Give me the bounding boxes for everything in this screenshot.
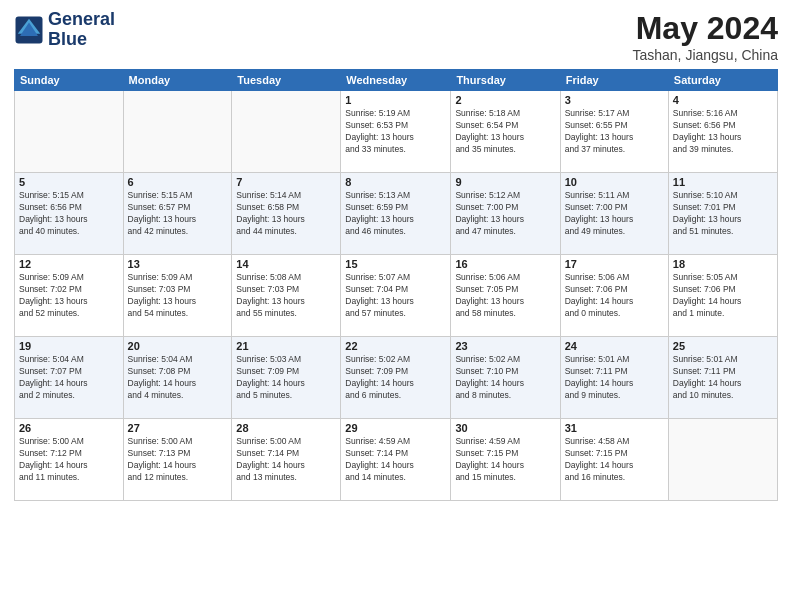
calendar-cell: 5Sunrise: 5:15 AMSunset: 6:56 PMDaylight… <box>15 173 124 255</box>
day-info: Sunrise: 5:00 AMSunset: 7:12 PMDaylight:… <box>19 436 119 484</box>
day-number: 28 <box>236 422 336 434</box>
day-info: Sunrise: 5:06 AMSunset: 7:05 PMDaylight:… <box>455 272 555 320</box>
day-number: 8 <box>345 176 446 188</box>
calendar-cell: 30Sunrise: 4:59 AMSunset: 7:15 PMDayligh… <box>451 419 560 501</box>
calendar-cell: 19Sunrise: 5:04 AMSunset: 7:07 PMDayligh… <box>15 337 124 419</box>
day-info: Sunrise: 4:58 AMSunset: 7:15 PMDaylight:… <box>565 436 664 484</box>
day-info: Sunrise: 5:11 AMSunset: 7:00 PMDaylight:… <box>565 190 664 238</box>
calendar-cell: 20Sunrise: 5:04 AMSunset: 7:08 PMDayligh… <box>123 337 232 419</box>
day-number: 4 <box>673 94 773 106</box>
calendar-cell: 14Sunrise: 5:08 AMSunset: 7:03 PMDayligh… <box>232 255 341 337</box>
day-number: 9 <box>455 176 555 188</box>
day-info: Sunrise: 5:08 AMSunset: 7:03 PMDaylight:… <box>236 272 336 320</box>
day-number: 31 <box>565 422 664 434</box>
day-info: Sunrise: 5:00 AMSunset: 7:14 PMDaylight:… <box>236 436 336 484</box>
calendar-cell <box>232 91 341 173</box>
day-info: Sunrise: 5:01 AMSunset: 7:11 PMDaylight:… <box>565 354 664 402</box>
day-number: 23 <box>455 340 555 352</box>
day-info: Sunrise: 5:16 AMSunset: 6:56 PMDaylight:… <box>673 108 773 156</box>
day-info: Sunrise: 5:15 AMSunset: 6:57 PMDaylight:… <box>128 190 228 238</box>
day-number: 13 <box>128 258 228 270</box>
day-info: Sunrise: 4:59 AMSunset: 7:15 PMDaylight:… <box>455 436 555 484</box>
calendar-cell: 6Sunrise: 5:15 AMSunset: 6:57 PMDaylight… <box>123 173 232 255</box>
logo-text: General Blue <box>48 10 115 50</box>
calendar-cell: 21Sunrise: 5:03 AMSunset: 7:09 PMDayligh… <box>232 337 341 419</box>
location: Tashan, Jiangsu, China <box>632 47 778 63</box>
calendar-cell: 28Sunrise: 5:00 AMSunset: 7:14 PMDayligh… <box>232 419 341 501</box>
day-info: Sunrise: 5:19 AMSunset: 6:53 PMDaylight:… <box>345 108 446 156</box>
calendar-cell: 10Sunrise: 5:11 AMSunset: 7:00 PMDayligh… <box>560 173 668 255</box>
calendar-cell: 13Sunrise: 5:09 AMSunset: 7:03 PMDayligh… <box>123 255 232 337</box>
calendar-table: SundayMondayTuesdayWednesdayThursdayFrid… <box>14 69 778 501</box>
day-number: 15 <box>345 258 446 270</box>
month-title: May 2024 <box>632 10 778 47</box>
title-block: May 2024 Tashan, Jiangsu, China <box>632 10 778 63</box>
logo-icon <box>14 15 44 45</box>
day-number: 6 <box>128 176 228 188</box>
day-info: Sunrise: 5:04 AMSunset: 7:08 PMDaylight:… <box>128 354 228 402</box>
calendar-cell: 1Sunrise: 5:19 AMSunset: 6:53 PMDaylight… <box>341 91 451 173</box>
day-number: 5 <box>19 176 119 188</box>
day-number: 29 <box>345 422 446 434</box>
day-number: 22 <box>345 340 446 352</box>
calendar-cell: 18Sunrise: 5:05 AMSunset: 7:06 PMDayligh… <box>668 255 777 337</box>
day-number: 25 <box>673 340 773 352</box>
day-number: 16 <box>455 258 555 270</box>
weekday-header: Saturday <box>668 70 777 91</box>
day-number: 19 <box>19 340 119 352</box>
day-number: 20 <box>128 340 228 352</box>
calendar-cell: 26Sunrise: 5:00 AMSunset: 7:12 PMDayligh… <box>15 419 124 501</box>
day-info: Sunrise: 5:18 AMSunset: 6:54 PMDaylight:… <box>455 108 555 156</box>
day-number: 26 <box>19 422 119 434</box>
day-info: Sunrise: 5:17 AMSunset: 6:55 PMDaylight:… <box>565 108 664 156</box>
day-info: Sunrise: 5:09 AMSunset: 7:03 PMDaylight:… <box>128 272 228 320</box>
calendar-cell: 24Sunrise: 5:01 AMSunset: 7:11 PMDayligh… <box>560 337 668 419</box>
day-number: 2 <box>455 94 555 106</box>
calendar-cell: 22Sunrise: 5:02 AMSunset: 7:09 PMDayligh… <box>341 337 451 419</box>
calendar-cell <box>15 91 124 173</box>
day-number: 12 <box>19 258 119 270</box>
calendar-cell: 2Sunrise: 5:18 AMSunset: 6:54 PMDaylight… <box>451 91 560 173</box>
calendar-cell: 12Sunrise: 5:09 AMSunset: 7:02 PMDayligh… <box>15 255 124 337</box>
calendar-cell: 15Sunrise: 5:07 AMSunset: 7:04 PMDayligh… <box>341 255 451 337</box>
day-number: 14 <box>236 258 336 270</box>
day-info: Sunrise: 5:13 AMSunset: 6:59 PMDaylight:… <box>345 190 446 238</box>
calendar-cell: 27Sunrise: 5:00 AMSunset: 7:13 PMDayligh… <box>123 419 232 501</box>
day-info: Sunrise: 5:15 AMSunset: 6:56 PMDaylight:… <box>19 190 119 238</box>
day-number: 30 <box>455 422 555 434</box>
day-number: 17 <box>565 258 664 270</box>
calendar-cell: 11Sunrise: 5:10 AMSunset: 7:01 PMDayligh… <box>668 173 777 255</box>
day-info: Sunrise: 5:14 AMSunset: 6:58 PMDaylight:… <box>236 190 336 238</box>
day-number: 11 <box>673 176 773 188</box>
day-info: Sunrise: 5:02 AMSunset: 7:09 PMDaylight:… <box>345 354 446 402</box>
calendar-cell: 8Sunrise: 5:13 AMSunset: 6:59 PMDaylight… <box>341 173 451 255</box>
calendar-cell: 31Sunrise: 4:58 AMSunset: 7:15 PMDayligh… <box>560 419 668 501</box>
day-info: Sunrise: 5:02 AMSunset: 7:10 PMDaylight:… <box>455 354 555 402</box>
day-info: Sunrise: 4:59 AMSunset: 7:14 PMDaylight:… <box>345 436 446 484</box>
day-number: 10 <box>565 176 664 188</box>
day-info: Sunrise: 5:09 AMSunset: 7:02 PMDaylight:… <box>19 272 119 320</box>
day-number: 1 <box>345 94 446 106</box>
day-info: Sunrise: 5:10 AMSunset: 7:01 PMDaylight:… <box>673 190 773 238</box>
calendar-cell: 23Sunrise: 5:02 AMSunset: 7:10 PMDayligh… <box>451 337 560 419</box>
day-info: Sunrise: 5:00 AMSunset: 7:13 PMDaylight:… <box>128 436 228 484</box>
day-info: Sunrise: 5:01 AMSunset: 7:11 PMDaylight:… <box>673 354 773 402</box>
calendar-cell: 17Sunrise: 5:06 AMSunset: 7:06 PMDayligh… <box>560 255 668 337</box>
weekday-header: Thursday <box>451 70 560 91</box>
weekday-header: Wednesday <box>341 70 451 91</box>
weekday-header: Tuesday <box>232 70 341 91</box>
calendar-cell: 7Sunrise: 5:14 AMSunset: 6:58 PMDaylight… <box>232 173 341 255</box>
day-info: Sunrise: 5:03 AMSunset: 7:09 PMDaylight:… <box>236 354 336 402</box>
weekday-header: Monday <box>123 70 232 91</box>
day-info: Sunrise: 5:12 AMSunset: 7:00 PMDaylight:… <box>455 190 555 238</box>
calendar-cell <box>123 91 232 173</box>
day-number: 21 <box>236 340 336 352</box>
calendar-cell: 4Sunrise: 5:16 AMSunset: 6:56 PMDaylight… <box>668 91 777 173</box>
header: General Blue May 2024 Tashan, Jiangsu, C… <box>14 10 778 63</box>
calendar-cell: 16Sunrise: 5:06 AMSunset: 7:05 PMDayligh… <box>451 255 560 337</box>
day-info: Sunrise: 5:04 AMSunset: 7:07 PMDaylight:… <box>19 354 119 402</box>
day-number: 3 <box>565 94 664 106</box>
day-number: 7 <box>236 176 336 188</box>
calendar-cell: 29Sunrise: 4:59 AMSunset: 7:14 PMDayligh… <box>341 419 451 501</box>
day-number: 27 <box>128 422 228 434</box>
